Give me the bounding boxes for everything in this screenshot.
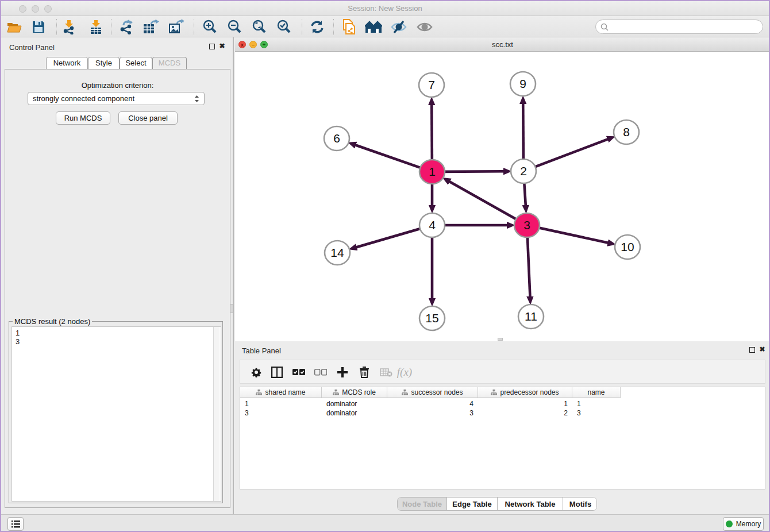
export-table-icon[interactable] — [143, 20, 160, 34]
tab-edge-table[interactable]: Edge Table — [447, 498, 498, 511]
zoom-fit-icon[interactable] — [251, 20, 268, 34]
network-minimize-button[interactable]: – — [249, 41, 257, 48]
search-input[interactable] — [595, 20, 763, 34]
toolbar-separator — [56, 19, 57, 35]
save-session-icon[interactable] — [30, 20, 47, 34]
window-zoom-button[interactable] — [44, 5, 52, 13]
graph-node-4[interactable]: 4 — [419, 213, 445, 237]
run-mcds-button[interactable]: Run MCDS — [56, 111, 110, 125]
show-all-icon[interactable] — [416, 20, 433, 34]
graph-edge-2-3[interactable] — [524, 182, 526, 206]
import-network-icon[interactable] — [60, 20, 78, 34]
table-cell[interactable]: 4 — [387, 399, 478, 408]
graph-edge-2-8[interactable] — [533, 139, 608, 168]
graph-node-7[interactable]: 7 — [419, 73, 444, 97]
home-layout-icon[interactable] — [365, 20, 382, 34]
table-cell[interactable]: dominator — [322, 399, 387, 408]
memory-button[interactable]: Memory — [723, 517, 764, 531]
network-zoom-button[interactable]: + — [260, 41, 268, 48]
task-history-button[interactable] — [7, 517, 24, 531]
import-table-icon[interactable] — [87, 20, 105, 34]
control-panel-float-button[interactable] — [208, 44, 215, 51]
graph-node-9[interactable]: 9 — [510, 72, 536, 96]
graph-edge-1-6[interactable] — [355, 145, 422, 168]
graph-edge-3-11[interactable] — [528, 236, 530, 297]
cytoscape-window: { "window": { "title": "Session: New Ses… — [0, 0, 770, 532]
zoom-in-icon[interactable] — [201, 20, 218, 34]
export-network-icon[interactable] — [118, 20, 135, 34]
table-panel-close-button[interactable]: ✖ — [759, 346, 766, 353]
network-close-button[interactable]: x — [238, 41, 246, 48]
graph-node-2[interactable]: 2 — [511, 159, 536, 183]
control-panel-title: Control Panel — [9, 43, 55, 52]
column-header-predecessor-nodes[interactable]: predecessor nodes — [478, 387, 572, 398]
table-panel-float-button[interactable] — [748, 347, 756, 354]
table-cell[interactable]: 3 — [387, 408, 478, 418]
table-cell[interactable]: 1 — [572, 399, 621, 408]
search-icon — [600, 23, 609, 31]
table-cell[interactable]: dominator — [322, 408, 387, 418]
result-scrollbar[interactable] — [213, 327, 220, 501]
copy-network-view-icon[interactable] — [340, 20, 357, 34]
column-header-name[interactable]: name — [572, 387, 621, 398]
window-close-button[interactable] — [19, 5, 26, 13]
zoom-out-icon[interactable] — [226, 20, 243, 34]
tab-network-table[interactable]: Network Table — [498, 498, 563, 511]
column-header-successor-nodes[interactable]: successor nodes — [387, 387, 478, 398]
close-panel-button[interactable]: Close panel — [118, 111, 178, 125]
graph-node-1[interactable]: 1 — [419, 160, 445, 184]
tab-network[interactable]: Network — [46, 57, 88, 70]
tab-style[interactable]: Style — [88, 57, 120, 70]
zoom-selected-icon[interactable] — [275, 20, 292, 34]
table-cell[interactable]: 3 — [240, 408, 322, 418]
graph-edge-1-7[interactable] — [432, 105, 432, 161]
graph-node-3[interactable]: 3 — [514, 213, 540, 237]
graph-edge-4-14[interactable] — [356, 228, 422, 247]
status-bar: Memory — [1, 514, 769, 532]
add-column-icon[interactable] — [334, 365, 351, 380]
hide-selected-icon[interactable] — [390, 20, 407, 34]
table-cell[interactable]: 2 — [478, 408, 572, 418]
graph-edge-2-9[interactable] — [523, 103, 523, 161]
node-table[interactable]: shared nameMCDS rolesuccessor nodesprede… — [240, 387, 765, 489]
window-minimize-button[interactable] — [32, 5, 39, 13]
vertical-splitter-grip[interactable] — [230, 304, 233, 313]
tab-select[interactable]: Select — [120, 57, 152, 70]
column-layout-icon[interactable] — [269, 365, 285, 380]
column-header-shared-name[interactable]: shared name — [240, 387, 322, 398]
graph-edge-3-10[interactable] — [537, 228, 609, 243]
export-image-icon[interactable] — [168, 20, 185, 34]
graph-node-6[interactable]: 6 — [324, 126, 349, 151]
table-cell[interactable]: 1 — [240, 399, 322, 408]
graph-node-11[interactable]: 11 — [518, 304, 544, 329]
column-header-MCDS-role[interactable]: MCDS role — [322, 387, 387, 398]
graph-edge-3-1[interactable] — [449, 182, 518, 220]
graph-edge-1-2[interactable] — [442, 171, 504, 172]
control-panel-close-button[interactable]: ✖ — [218, 43, 226, 50]
graph-node-15[interactable]: 15 — [419, 306, 445, 330]
delete-icon[interactable] — [356, 365, 372, 380]
horizontal-splitter-grip[interactable] — [498, 338, 503, 341]
refresh-icon[interactable] — [309, 20, 326, 34]
tab-node-table[interactable]: Node Table — [398, 498, 447, 511]
toolbar-separator — [333, 19, 334, 35]
tab-motifs[interactable]: Motifs — [563, 498, 597, 511]
select-all-icon[interactable] — [291, 365, 307, 380]
graph-node-8[interactable]: 8 — [614, 120, 639, 144]
network-view-window: x – + scc.txt 1234678910111415 — [235, 38, 770, 341]
tab-mcds[interactable]: MCDS — [152, 57, 187, 70]
open-file-icon[interactable] — [6, 20, 23, 34]
graph-node-14[interactable]: 14 — [325, 241, 350, 265]
gear-icon[interactable] — [248, 365, 264, 380]
table-cell[interactable]: 1 — [478, 399, 572, 408]
graph-node-label: 3 — [523, 218, 530, 232]
table-tab-bar: Node Table Edge Table Network Table Moti… — [397, 497, 597, 511]
delete-table-icon[interactable] — [378, 365, 394, 380]
mcds-result-text[interactable]: 1 3 — [11, 326, 221, 502]
graph-svg[interactable]: 1234678910111415 — [235, 52, 770, 341]
function-builder-icon[interactable]: f(x) — [396, 365, 413, 380]
deselect-all-icon[interactable] — [313, 365, 329, 380]
graph-node-10[interactable]: 10 — [615, 235, 640, 259]
table-cell[interactable]: 3 — [572, 408, 621, 418]
optimization-criterion-dropdown[interactable]: strongly connected component — [28, 92, 205, 105]
